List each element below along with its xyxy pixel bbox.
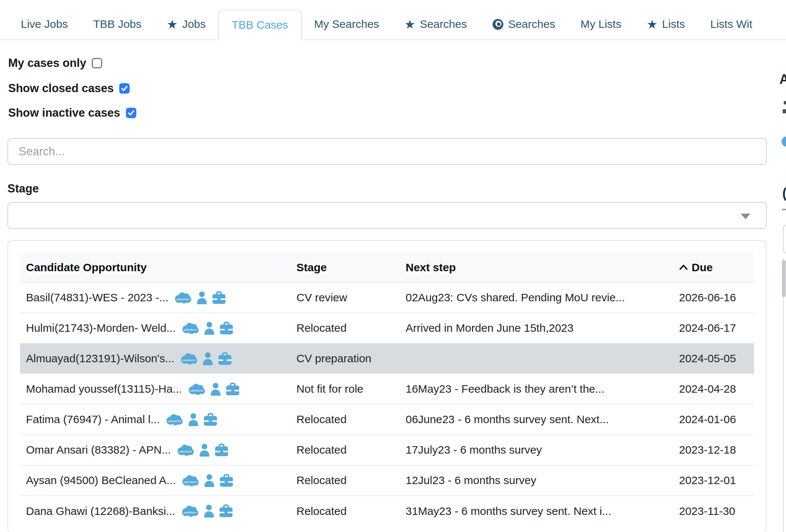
row-icons[interactable]: salesforce: [177, 444, 228, 457]
table-row[interactable]: Almuayad(123191)-Wilson's...salesforceCV…: [20, 343, 754, 374]
tab-eye-searches[interactable]: Searches: [480, 9, 568, 39]
due-cell: 2023-12-01: [673, 465, 754, 496]
briefcase-icon: [220, 322, 233, 335]
table-header-row: Candidate Opportunity Stage Next step Du…: [20, 253, 754, 282]
next-step-cell: Arrived in Morden June 15th,2023: [400, 313, 673, 343]
salesforce-icon: salesforce: [180, 353, 198, 365]
tab-bar: Live JobsTBB Jobs★JobsTBB CasesMy Search…: [0, 0, 786, 40]
svg-text:salesforce: salesforce: [176, 297, 190, 301]
next-step-cell: 12Jul23 - 6 months survey: [400, 465, 673, 496]
my-cases-only-checkbox[interactable]: [92, 58, 102, 68]
tab-label: My Searches: [314, 18, 379, 30]
star-icon-wrap: ★: [167, 18, 178, 30]
search-input[interactable]: [7, 138, 767, 165]
show-closed-cases-label: Show closed cases: [8, 82, 114, 95]
column-header-due[interactable]: Due: [673, 253, 754, 282]
row-icons[interactable]: salesforce: [182, 474, 233, 487]
table-row[interactable]: Hulmi(21743)-Morden- Weld...salesforceRe…: [20, 313, 754, 343]
row-icons[interactable]: salesforce: [180, 352, 232, 365]
user-icon: [188, 413, 199, 426]
star-icon: ★: [167, 18, 178, 30]
briefcase-icon: [219, 505, 233, 518]
table-row[interactable]: Mohamad youssef(13115)-Ha...salesforceNo…: [20, 374, 754, 404]
due-cell: 2026-06-16: [673, 282, 754, 313]
filter-show-inactive-cases: Show inactive cases: [8, 106, 778, 120]
candidate-opportunity-link[interactable]: Omar Ansari (83382) - APN...: [26, 444, 171, 456]
row-icons[interactable]: salesforce: [188, 383, 240, 396]
tab-lists-wit[interactable]: Lists Wit: [698, 9, 765, 39]
row-icons[interactable]: salesforce: [182, 322, 233, 335]
tab-tbb-jobs[interactable]: TBB Jobs: [81, 9, 154, 39]
briefcase-icon: [226, 383, 240, 396]
user-icon: [204, 505, 214, 518]
show-inactive-cases-label: Show inactive cases: [8, 106, 120, 120]
filter-show-closed-cases: Show closed cases: [8, 82, 778, 95]
tab-my-lists[interactable]: My Lists: [568, 9, 634, 39]
star-icon: ★: [647, 18, 658, 30]
candidate-opportunity-link[interactable]: Mohamad youssef(13115)-Ha...: [26, 383, 182, 395]
star-icon-wrap: ★: [405, 18, 416, 30]
cases-table: Candidate Opportunity Stage Next step Du…: [20, 253, 754, 526]
user-icon: [199, 444, 210, 457]
chevron-down-icon: [741, 214, 750, 219]
table-row[interactable]: Aysan (94500) BeCleaned A...salesforceRe…: [20, 465, 754, 496]
briefcase-icon: [204, 413, 217, 426]
tab-label: TBB Cases: [232, 19, 288, 31]
candidate-opportunity-link[interactable]: Basil(74831)-WES - 2023 -...: [26, 291, 168, 304]
candidate-opportunity-link[interactable]: Fatima (76947) - Animal l...: [26, 413, 160, 426]
candidate-opportunity-link[interactable]: Hulmi(21743)-Morden- Weld...: [26, 322, 176, 334]
tab-tbb-cases[interactable]: TBB Cases: [218, 10, 302, 40]
salesforce-icon: salesforce: [174, 292, 192, 304]
tab-label: Searches: [420, 18, 467, 30]
cutoff-text-fragment: (: [782, 186, 786, 200]
stage-cell: CV review: [290, 282, 400, 313]
column-header-stage[interactable]: Stage: [290, 253, 400, 282]
tab-label: Searches: [508, 18, 555, 30]
tab-my-searches[interactable]: My Searches: [302, 9, 392, 39]
table-row[interactable]: Fatima (76947) - Animal l...salesforceRe…: [20, 404, 754, 435]
cutoff-text-fragment: [784, 101, 786, 104]
row-icons[interactable]: salesforce: [166, 413, 217, 426]
show-inactive-cases-checkbox[interactable]: [126, 108, 136, 118]
svg-text:salesforce: salesforce: [168, 419, 181, 422]
due-cell: 2024-06-17: [673, 313, 754, 343]
briefcase-icon: [218, 352, 232, 365]
candidate-opportunity-link[interactable]: Aysan (94500) BeCleaned A...: [26, 474, 176, 487]
show-closed-cases-checkbox[interactable]: [119, 83, 130, 94]
tab-label: TBB Jobs: [93, 18, 142, 30]
svg-text:salesforce: salesforce: [182, 358, 196, 361]
stage-cell: Relocated: [290, 313, 400, 343]
my-cases-only-label: My cases only: [8, 56, 86, 70]
candidate-opportunity-link[interactable]: Dana Ghawi (12268)-Banksi...: [26, 505, 175, 518]
user-icon: [204, 322, 215, 335]
stage-select[interactable]: [7, 202, 767, 229]
tab-star-searches[interactable]: ★Searches: [392, 9, 480, 39]
salesforce-icon: salesforce: [182, 474, 199, 487]
row-icons[interactable]: salesforce: [181, 505, 233, 518]
salesforce-icon: salesforce: [166, 413, 183, 426]
star-icon: ★: [405, 18, 416, 30]
cutoff-divider-fragment: [782, 209, 786, 210]
table-row[interactable]: Omar Ansari (83382) - APN...salesforceRe…: [20, 435, 754, 465]
table-row[interactable]: Dana Ghawi (12268)-Banksi...salesforceRe…: [20, 496, 754, 526]
tab-live-jobs[interactable]: Live Jobs: [8, 9, 81, 39]
tab-star-lists[interactable]: ★Lists: [634, 9, 698, 39]
row-icons[interactable]: salesforce: [174, 291, 226, 304]
next-step-cell: 16May23 - Feedback is they aren’t the...: [400, 374, 673, 404]
svg-text:salesforce: salesforce: [183, 511, 197, 514]
user-icon: [202, 352, 213, 365]
cutoff-scrollbar-thumb[interactable]: [782, 260, 786, 297]
due-cell: 2024-05-05: [673, 343, 754, 374]
due-header-label: Due: [692, 261, 713, 274]
table-row[interactable]: Basil(74831)-WES - 2023 -...salesforceCV…: [20, 282, 754, 313]
column-header-next-step[interactable]: Next step: [400, 253, 673, 282]
column-header-candidate-opportunity[interactable]: Candidate Opportunity: [20, 253, 290, 282]
candidate-opportunity-link[interactable]: Almuayad(123191)-Wilson's...: [26, 352, 174, 365]
cutoff-input-fragment: [783, 224, 786, 254]
next-step-cell: 06June23 - 6 months survey sent. Next...: [400, 404, 673, 435]
next-step-cell: [400, 343, 673, 374]
tab-star-jobs[interactable]: ★Jobs: [154, 9, 218, 39]
cases-table-card: Candidate Opportunity Stage Next step Du…: [7, 240, 767, 532]
due-cell: 2023-11-30: [673, 496, 754, 526]
svg-text:salesforce: salesforce: [179, 450, 192, 453]
